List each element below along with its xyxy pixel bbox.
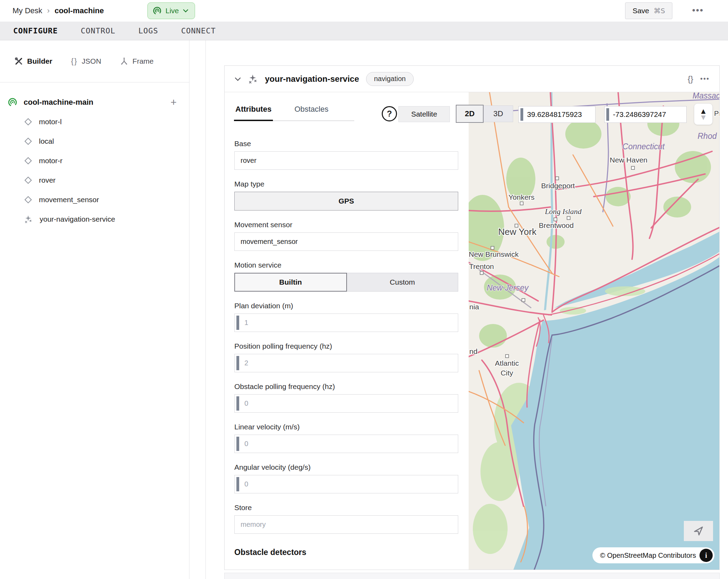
map-label-massachusetts: Massach (693, 92, 719, 100)
tree-item-local[interactable]: local (0, 132, 189, 151)
map-label-providence: Pro (714, 110, 719, 117)
map-canvas: Massach Pro Rhod Connecticut New Haven B… (469, 92, 719, 570)
motion-service-field: Motion service Builtin Custom (234, 261, 458, 292)
zoom-stepper[interactable]: ▲ ▼ (694, 103, 713, 125)
tree-item-label: local (39, 137, 54, 145)
map-2d-button[interactable]: 2D (456, 105, 484, 123)
navigation-map[interactable]: Massach Pro Rhod Connecticut New Haven B… (469, 92, 719, 570)
braces-icon: {} (71, 57, 78, 66)
satellite-toggle-button[interactable]: Satellite (398, 106, 450, 122)
json-label: JSON (82, 57, 101, 65)
latitude-input[interactable] (527, 106, 594, 122)
view-tab-builder[interactable]: Builder (15, 57, 52, 65)
live-status-dropdown[interactable]: Live (147, 2, 195, 19)
help-icon[interactable]: ? (382, 106, 397, 121)
tab-connect[interactable]: CONNECT (181, 26, 216, 35)
panel-subtabs: Attributes Obstacles (234, 105, 354, 121)
map-label-atlantic-city-1: Atlantic (495, 359, 519, 367)
plan-deviation-label: Plan deviation (m) (234, 302, 458, 310)
top-bar: My Desk › cool-machine Live Save ⌘S ••• (0, 0, 728, 22)
store-input[interactable] (234, 515, 458, 534)
tree-item-label: movement_sensor (39, 196, 99, 204)
component-diamond-icon (24, 196, 32, 204)
longitude-input[interactable] (613, 106, 685, 122)
tree-item-navigation-service[interactable]: your-navigation-service (0, 209, 189, 229)
movement-sensor-field: Movement sensor (234, 221, 458, 251)
map-label-rhode-island: Rhod (698, 132, 717, 141)
card-menu-icon[interactable]: ••• (700, 75, 710, 83)
locate-button[interactable] (684, 521, 713, 541)
tools-icon (15, 57, 23, 65)
field-accent-bar (236, 477, 239, 491)
add-component-button[interactable]: + (170, 96, 177, 108)
breadcrumb-separator-icon: › (47, 6, 50, 15)
service-sparkle-icon (248, 74, 258, 84)
angular-velocity-input[interactable] (234, 475, 458, 493)
machine-part-tree: cool-machine-main + motor-l local motor-… (0, 93, 189, 229)
attributes-form: Base Map type GPS Movement sensor Motion… (225, 92, 469, 570)
tree-item-motor-l[interactable]: motor-l (0, 112, 189, 132)
map-label-new-jersey: New Jersey (487, 283, 529, 292)
view-tab-frame[interactable]: Frame (120, 57, 154, 65)
store-label: Store (234, 503, 458, 512)
save-button[interactable]: Save ⌘S (625, 2, 672, 19)
movement-sensor-input[interactable] (234, 232, 458, 251)
tree-item-label: motor-r (39, 157, 63, 165)
breadcrumb-parent[interactable]: My Desk (13, 6, 42, 15)
obstacle-polling-field: Obstacle polling frequency (hz) (234, 382, 458, 413)
config-main-area: your-navigation-service navigation {} ••… (206, 40, 728, 579)
map-label-brentwood: Brentwood (539, 221, 574, 229)
map-label-connecticut: Connecticut (622, 142, 665, 151)
step-down-icon[interactable]: ▼ (701, 114, 705, 120)
tree-item-motor-r[interactable]: motor-r (0, 151, 189, 170)
map-label-bridgeport: Bridgeport (541, 182, 575, 190)
live-label: Live (165, 7, 179, 15)
component-diamond-icon (24, 118, 32, 126)
view-tab-json[interactable]: {} JSON (71, 57, 101, 66)
tree-item-rover[interactable]: rover (0, 170, 189, 190)
tree-root-machine[interactable]: cool-machine-main + (0, 93, 189, 112)
tree-item-label: rover (39, 176, 56, 184)
subtab-attributes[interactable]: Attributes (234, 105, 273, 121)
machine-name: cool-machine-main (24, 98, 164, 107)
collapse-chevron-icon[interactable] (234, 77, 241, 81)
tree-item-label: your-navigation-service (40, 215, 115, 223)
edit-json-icon[interactable]: {} (688, 74, 693, 84)
next-card-collapsed-edge[interactable] (224, 573, 720, 579)
position-polling-input[interactable] (234, 354, 458, 372)
angular-velocity-label: Angular velocity (deg/s) (234, 463, 458, 471)
field-accent-bar (236, 396, 239, 411)
tab-logs[interactable]: LOGS (138, 26, 158, 35)
tab-control[interactable]: CONTROL (81, 26, 115, 35)
component-diamond-icon (24, 157, 32, 165)
field-accent-bar (236, 316, 239, 330)
map-label-atlantic-city-2: City (501, 369, 513, 377)
sidebar-resize-gutter[interactable] (189, 40, 206, 579)
base-input[interactable] (234, 151, 458, 170)
motion-service-builtin-option[interactable]: Builtin (234, 273, 347, 292)
tree-item-movement-sensor[interactable]: movement_sensor (0, 190, 189, 209)
save-label: Save (632, 7, 649, 15)
map-label-pennsylvania: nia (469, 303, 479, 311)
plan-deviation-input[interactable] (234, 314, 458, 332)
save-shortcut: ⌘S (654, 7, 665, 15)
map-label-yonkers: Yonkers (508, 193, 534, 201)
tab-configure[interactable]: CONFIGURE (13, 26, 58, 35)
map-type-gps-button[interactable]: GPS (234, 192, 458, 211)
motion-service-custom-option[interactable]: Custom (347, 273, 459, 292)
builder-label: Builder (27, 57, 52, 65)
service-type-badge: navigation (366, 72, 414, 86)
info-icon[interactable]: i (699, 549, 713, 562)
attribution-text: © OpenStreetMap Contributors (600, 552, 696, 560)
service-card-header: your-navigation-service navigation {} ••… (225, 66, 719, 92)
subtab-obstacles[interactable]: Obstacles (293, 105, 330, 120)
step-up-icon[interactable]: ▲ (701, 108, 705, 114)
overflow-menu-icon[interactable]: ••• (692, 5, 704, 16)
linear-velocity-input[interactable] (234, 435, 458, 453)
linear-velocity-label: Linear velocity (m/s) (234, 423, 458, 431)
main-nav-tabs: CONFIGURE CONTROL LOGS CONNECT (0, 22, 728, 40)
obstacle-detectors-heading: Obstacle detectors (234, 548, 458, 557)
obstacle-polling-input[interactable] (234, 394, 458, 413)
map-label-new-york: New York (498, 227, 537, 237)
map-3d-button[interactable]: 3D (484, 105, 513, 122)
